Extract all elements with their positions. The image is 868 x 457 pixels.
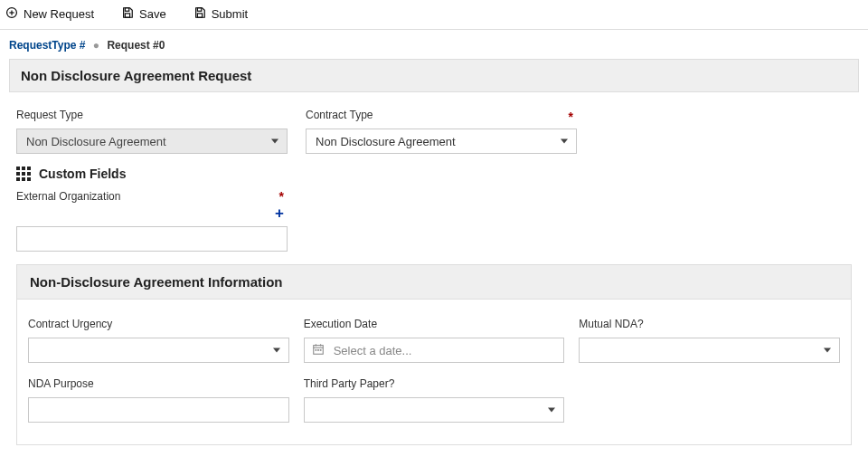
section-header-nda: Non-Disclosure Agreement Information (17, 265, 851, 300)
section-body-main: Request Type Non Disclosure Agreement Co… (9, 92, 859, 454)
new-request-button[interactable]: New Request (5, 6, 94, 22)
required-icon: * (279, 190, 284, 203)
nda-purpose-label: NDA Purpose (28, 377, 289, 390)
custom-fields-header: Custom Fields (16, 167, 852, 181)
svg-rect-3 (125, 8, 128, 12)
submit-button[interactable]: Submit (193, 6, 248, 22)
svg-rect-6 (197, 14, 202, 17)
svg-rect-5 (197, 8, 201, 12)
request-type-label: Request Type (16, 109, 288, 121)
svg-rect-4 (125, 14, 129, 17)
external-org-input[interactable] (16, 226, 288, 252)
svg-rect-11 (315, 349, 316, 351)
submit-icon (193, 6, 206, 22)
request-type-value: Non Disclosure Agreement (26, 135, 166, 148)
chevron-down-icon (561, 139, 568, 144)
request-type-dropdown[interactable]: Non Disclosure Agreement (16, 129, 288, 154)
svg-rect-13 (319, 349, 321, 351)
mutual-nda-label: Mutual NDA? (579, 318, 840, 330)
submit-label: Submit (212, 7, 248, 21)
execution-date-placeholder: Select a date... (334, 344, 412, 357)
execution-date-input[interactable]: Select a date... (304, 338, 565, 363)
breadcrumb: RequestType # ● Request #0 (0, 30, 868, 59)
toolbar: New Request Save Submit (0, 0, 868, 30)
calendar-icon (312, 343, 325, 358)
contract-type-value: Non Disclosure Agreement (316, 135, 456, 148)
contract-type-dropdown[interactable]: Non Disclosure Agreement (306, 129, 577, 154)
chevron-down-icon (273, 348, 280, 353)
add-icon[interactable]: + (275, 205, 284, 221)
save-label: Save (139, 7, 166, 21)
breadcrumb-current: Request #0 (107, 39, 165, 52)
chevron-down-icon (271, 139, 278, 144)
breadcrumb-link[interactable]: RequestType # (9, 39, 85, 52)
nda-purpose-input[interactable] (28, 397, 289, 423)
third-party-dropdown[interactable] (304, 397, 565, 423)
nda-info-section: Non-Disclosure Agreement Information Con… (16, 264, 852, 445)
custom-fields-label: Custom Fields (39, 167, 126, 181)
chevron-down-icon (824, 348, 831, 353)
contract-urgency-label: Contract Urgency (28, 318, 289, 330)
contract-type-label: Contract Type (306, 109, 577, 121)
chevron-down-icon (548, 408, 555, 413)
svg-rect-12 (317, 349, 319, 351)
save-icon (121, 6, 134, 22)
breadcrumb-sep: ● (93, 39, 99, 52)
mutual-nda-dropdown[interactable] (579, 338, 840, 363)
new-request-label: New Request (24, 7, 94, 21)
plus-circle-icon (5, 6, 18, 22)
contract-urgency-dropdown[interactable] (28, 338, 289, 363)
section-header-main: Non Disclosure Agreement Request (9, 59, 859, 92)
save-button[interactable]: Save (121, 6, 166, 22)
required-icon: * (569, 110, 573, 123)
third-party-label: Third Party Paper? (304, 377, 565, 390)
external-org-label: External Organization (16, 190, 288, 203)
execution-date-label: Execution Date (304, 318, 565, 330)
grid-icon (16, 167, 31, 181)
